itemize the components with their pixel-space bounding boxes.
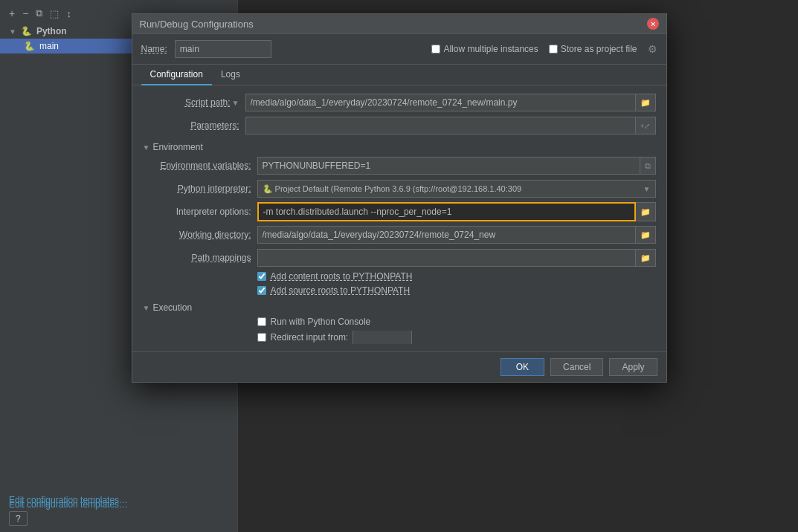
env-variables-input[interactable] — [257, 157, 640, 175]
execution-section-label: Execution — [152, 302, 192, 313]
tree-main-label: main — [39, 41, 59, 51]
python-interpreter-select[interactable]: 🐍 Project Default (Remote Python 3.6.9 (… — [257, 180, 656, 198]
edit-templates-link[interactable]: Edit configuration templates… — [9, 499, 128, 510]
move-config-button[interactable]: ⬚ — [47, 7, 62, 21]
script-path-row: Script path: ▼ 📁 — [143, 93, 656, 112]
interpreter-dropdown-icon: ▼ — [643, 185, 651, 193]
environment-collapse-icon: ▼ — [143, 143, 150, 152]
main-python-icon: 🐍 — [24, 41, 35, 51]
add-content-roots-label[interactable]: Add content roots to PYTHONPATH — [271, 271, 413, 282]
redirect-row-partial: Redirect input from: — [257, 331, 656, 344]
working-directory-input[interactable] — [257, 226, 635, 244]
python-interpreter-label: Python interpreter: — [155, 184, 251, 194]
run-python-console-checkbox[interactable] — [257, 317, 266, 326]
environment-section-label: Environment — [152, 142, 202, 152]
tab-logs[interactable]: Logs — [212, 65, 249, 85]
help-button[interactable]: ? — [9, 511, 28, 526]
name-input[interactable] — [175, 40, 271, 58]
path-mappings-row: Path mappings 📁 — [155, 248, 656, 267]
env-variables-row: Environment variables: ⧉ — [155, 156, 656, 175]
chevron-right-icon: ▼ — [9, 27, 16, 36]
environment-section-content: Environment variables: ⧉ Python interpre… — [143, 156, 656, 296]
python-interpreter-row: Python interpreter: 🐍 Project Default (R… — [155, 179, 656, 198]
interpreter-options-row: Interpreter options: 📁 — [155, 202, 656, 221]
tree-python-label: Python — [36, 26, 67, 36]
add-content-roots-row: Add content roots to PYTHONPATH — [257, 271, 656, 282]
allow-multiple-checkbox[interactable] — [431, 45, 440, 53]
gear-icon[interactable]: ⚙ — [648, 43, 657, 55]
dialog-footer: OK Cancel Apply — [132, 351, 666, 382]
run-python-console-label[interactable]: Run with Python Console — [271, 317, 371, 327]
script-path-chevron[interactable]: ▼ — [232, 99, 239, 107]
ok-button[interactable]: OK — [501, 358, 544, 376]
interpreter-options-browse-button[interactable]: 📁 — [636, 202, 656, 221]
parameters-label: Parameters: — [143, 120, 239, 131]
tabs-bar: Configuration Logs — [132, 65, 666, 85]
script-path-label: Script path: — [185, 97, 231, 108]
dialog-content: Script path: ▼ 📁 Parameters: +⤢ ▼ — [132, 85, 666, 351]
apply-button[interactable]: Apply — [609, 358, 657, 376]
cancel-button[interactable]: Cancel — [550, 358, 603, 376]
add-source-roots-label[interactable]: Add source roots to PYTHONPATH — [271, 285, 411, 296]
env-variables-copy-button[interactable]: ⧉ — [640, 157, 656, 175]
allow-multiple-checkbox-label[interactable]: Allow multiple instances — [431, 44, 538, 54]
copy-config-button[interactable]: ⧉ — [33, 6, 45, 21]
store-project-checkbox-label[interactable]: Store as project file — [549, 44, 637, 54]
path-mappings-label: Path mappings — [155, 253, 251, 263]
remove-config-button[interactable]: − — [19, 6, 31, 21]
path-mappings-browse-button[interactable]: 📁 — [635, 249, 656, 267]
interpreter-options-input[interactable] — [257, 202, 636, 221]
run-python-console-row: Run with Python Console — [257, 317, 656, 327]
execution-section-header[interactable]: ▼ Execution — [143, 302, 656, 313]
parameters-expand-button[interactable]: +⤢ — [635, 117, 656, 134]
add-content-roots-checkbox[interactable] — [257, 272, 266, 281]
dialog-title: Run/Debug Configurations — [140, 19, 254, 30]
working-directory-browse-button[interactable]: 📁 — [635, 226, 656, 244]
name-label: Name: — [141, 44, 167, 54]
add-source-roots-row: Add source roots to PYTHONPATH — [257, 285, 656, 296]
run-debug-dialog: Run/Debug Configurations ✕ Name: Allow m… — [132, 13, 667, 383]
working-directory-label: Working directory: — [155, 230, 251, 240]
redirect-input[interactable] — [353, 331, 412, 344]
tab-configuration[interactable]: Configuration — [141, 65, 212, 85]
script-path-input[interactable] — [245, 94, 635, 111]
sort-config-button[interactable]: ↕ — [63, 7, 74, 21]
script-path-browse-button[interactable]: 📁 — [635, 94, 656, 111]
execution-collapse-icon: ▼ — [143, 304, 150, 312]
environment-section-header[interactable]: ▼ Environment — [143, 142, 656, 152]
interpreter-options-label: Interpreter options: — [155, 207, 251, 217]
python-icon: 🐍 — [21, 26, 32, 36]
redirect-label: Redirect input from: — [271, 332, 349, 343]
env-variables-label: Environment variables: — [155, 160, 251, 171]
name-row: Name: Allow multiple instances Store as … — [132, 34, 666, 65]
dialog-title-bar: Run/Debug Configurations ✕ — [132, 14, 666, 34]
execution-section-content: Run with Python Console Redirect input f… — [143, 317, 656, 344]
close-button[interactable]: ✕ — [647, 18, 659, 30]
add-source-roots-checkbox[interactable] — [257, 286, 266, 295]
parameters-input[interactable] — [245, 117, 635, 134]
parameters-row: Parameters: +⤢ — [143, 116, 656, 135]
add-config-button[interactable]: + — [6, 6, 18, 21]
path-mappings-input[interactable] — [257, 249, 635, 267]
working-directory-row: Working directory: 📁 — [155, 225, 656, 244]
redirect-checkbox[interactable] — [257, 333, 266, 342]
store-project-checkbox[interactable] — [549, 45, 558, 53]
